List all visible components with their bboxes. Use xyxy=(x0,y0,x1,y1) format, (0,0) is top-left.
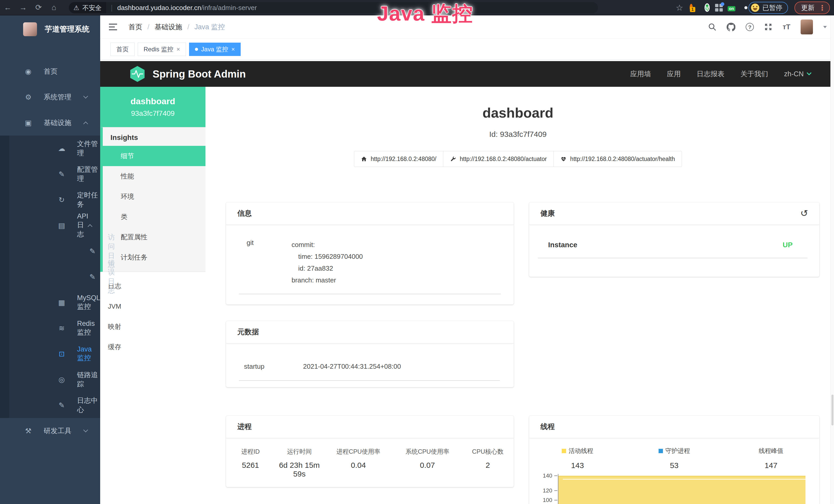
reload-icon[interactable]: ⟳ xyxy=(31,0,46,15)
emoji-face-icon xyxy=(751,4,759,12)
menu-item-environment[interactable]: 环境 xyxy=(103,186,205,207)
nav-application-wall[interactable]: 应用墙 xyxy=(630,69,651,78)
sidebar-item-api-log[interactable]: ▤API 日志 xyxy=(0,212,100,238)
nav-applications[interactable]: 应用 xyxy=(667,69,681,78)
menu-item-caches[interactable]: 缓存 xyxy=(100,337,205,357)
forward-icon[interactable]: → xyxy=(16,0,31,15)
menu-item-mappings[interactable]: 映射 xyxy=(100,317,205,337)
instance-url-button[interactable]: http://192.168.0.2:48080/ xyxy=(354,151,443,167)
extension-orange-icon[interactable]: 1 xyxy=(690,5,693,10)
dashboard-icon: ◉ xyxy=(24,67,33,76)
breadcrumb: 首页 / 基础设施 / Java 监控 xyxy=(128,22,225,31)
nav-about[interactable]: 关于我们 xyxy=(740,69,768,78)
sidebar-item-access-log[interactable]: ✎访问日志 xyxy=(0,238,100,264)
tab-redis-monitor[interactable]: Redis 监控× xyxy=(138,43,186,56)
tab-java-monitor[interactable]: Java 监控× xyxy=(189,43,241,56)
address-bar[interactable]: ⚠ 不安全 | dashboard.yudao.iocoder.cn/infra… xyxy=(69,2,598,13)
breadcrumb-current: Java 监控 xyxy=(194,22,225,31)
fullscreen-icon[interactable] xyxy=(764,23,772,31)
menu-item-metrics[interactable]: 性能 xyxy=(103,166,205,186)
edit-square-icon: ✎ xyxy=(88,273,97,281)
legend-daemon-threads: 守护进程 53 xyxy=(626,447,723,470)
update-button[interactable]: 更新 ⋮ xyxy=(794,2,830,14)
actuator-url-button[interactable]: http://192.168.0.2:48080/actuator xyxy=(443,151,554,167)
close-icon[interactable]: × xyxy=(176,46,180,52)
close-icon[interactable]: × xyxy=(231,46,235,52)
breadcrumb-infra[interactable]: 基础设施 xyxy=(155,22,182,31)
extension-badge-count: 1 xyxy=(690,7,695,12)
extension-y-icon[interactable]: y xyxy=(706,4,709,12)
locale-selector[interactable]: zh-CN xyxy=(784,70,811,78)
edit-icon: ✎ xyxy=(57,170,66,179)
sba-main: dashboard Id: 93a3fc7f7409 http://192.16… xyxy=(205,87,830,504)
sidebar-item-tracing[interactable]: ◎链路追踪 xyxy=(0,367,100,392)
extension-grid-icon[interactable] xyxy=(715,4,723,12)
menu-item-logs[interactable]: 日志 xyxy=(100,276,205,296)
breadcrumb-home[interactable]: 首页 xyxy=(128,22,142,31)
sba-menu-flat: 日志 JVM 映射 缓存 xyxy=(100,272,205,357)
update-label: 更新 xyxy=(801,3,814,12)
sidebar-item-config-manage[interactable]: ✎配置管理 xyxy=(0,161,100,187)
sidebar-item-home[interactable]: ◉首页 xyxy=(0,59,100,84)
process-uptime: 6d 23h 15m 59s xyxy=(275,461,324,478)
tab-home[interactable]: 首页 xyxy=(110,43,135,56)
row-divider xyxy=(239,294,501,294)
github-icon[interactable] xyxy=(727,23,736,31)
chrome-menu-icon[interactable]: ⋮ xyxy=(818,4,826,12)
instance-header[interactable]: dashboard 93a3fc7f7409 xyxy=(100,87,205,127)
history-icon[interactable]: ↺ xyxy=(800,209,808,218)
log-icon: ▤ xyxy=(57,221,66,230)
font-size-icon[interactable]: тT xyxy=(783,23,790,31)
instance-name: dashboard xyxy=(130,96,175,106)
y-tick-100: 100 xyxy=(536,496,552,504)
monitor-icon: ▣ xyxy=(24,119,33,127)
hamburger-icon[interactable] xyxy=(109,22,117,32)
url-host: dashboard.yudao.iocoder.cn xyxy=(117,4,201,12)
sba-nav-links: 应用墙 应用 日志报表 关于我们 zh-CN xyxy=(630,69,811,78)
nav-journal[interactable]: 日志报表 xyxy=(697,69,724,78)
menu-item-jvm[interactable]: JVM xyxy=(100,296,205,317)
bookmark-star-icon[interactable]: ☆ xyxy=(676,3,683,13)
menu-item-classes[interactable]: 类 xyxy=(103,207,205,227)
sidebar-item-error-log[interactable]: ✎错误日志 xyxy=(0,264,100,290)
search-icon[interactable] xyxy=(708,23,716,31)
sidebar-item-file-manage[interactable]: ☁文件管理 xyxy=(0,136,100,161)
caret-down-icon[interactable] xyxy=(823,26,827,28)
health-url-button[interactable]: http://192.168.0.2:48080/actuator/health xyxy=(553,151,682,167)
metadata-key: startup xyxy=(244,363,303,370)
help-icon[interactable]: ? xyxy=(746,23,754,31)
info-card-title: 信息 xyxy=(226,202,514,225)
sidebar-item-dev-tools[interactable]: ⚒研发工具 xyxy=(0,418,100,444)
annotation-text: Java 监控 xyxy=(377,0,473,28)
info-card: 信息 git commit: time: 1596289704000 id: 2… xyxy=(226,202,514,304)
process-id: 5261 xyxy=(226,461,275,478)
page-title: dashboard xyxy=(205,105,830,121)
home-nav-icon[interactable]: ⌂ xyxy=(46,0,62,15)
chevron-up-icon xyxy=(88,224,92,229)
menu-item-details[interactable]: 细节 xyxy=(100,146,205,166)
sidebar-item-redis-monitor[interactable]: ≋Redis 监控 xyxy=(0,315,100,341)
app-sidebar: 芋道管理系统 ◉首页 ⚙系统管理 ▣基础设施 ☁文件管理 ✎配置管理 ↻定时任务… xyxy=(0,16,100,504)
legend-swatch-blue xyxy=(659,449,663,453)
sidebar-item-scheduled-tasks[interactable]: ↻定时任务 xyxy=(0,187,100,212)
info-value: commit: time: 1596289704000 id: 27aa832 … xyxy=(291,239,363,286)
app-logo-row[interactable]: 芋道管理系统 xyxy=(0,16,100,43)
menu-item-scheduled[interactable]: 计划任务 xyxy=(103,247,205,268)
infra-submenu: ☁文件管理 ✎配置管理 ↻定时任务 ▤API 日志 ✎访问日志 ✎错误日志 ▦M… xyxy=(0,136,100,418)
sidebar-item-system[interactable]: ⚙系统管理 xyxy=(0,84,100,110)
sidebar-item-infra[interactable]: ▣基础设施 xyxy=(0,110,100,136)
sidebar-item-log-center[interactable]: ✎日志中心 xyxy=(0,392,100,418)
sba-brand[interactable]: Spring Boot Admin xyxy=(153,68,246,80)
profile-paused-chip[interactable]: 已暂停 xyxy=(748,2,788,14)
chevron-down-icon xyxy=(83,94,88,98)
briefcase-icon: ⚒ xyxy=(24,427,33,435)
back-icon[interactable]: ← xyxy=(0,0,16,15)
sidebar-item-mysql-monitor[interactable]: ▦MySQL 监控 xyxy=(0,290,100,315)
scrollbar[interactable] xyxy=(830,16,834,504)
security-chip[interactable]: ⚠ 不安全 xyxy=(69,2,106,13)
scrollbar-thumb[interactable] xyxy=(831,395,833,426)
user-avatar[interactable] xyxy=(800,20,813,35)
menu-item-config-props[interactable]: 配置属性 xyxy=(103,227,205,247)
spring-boot-admin-logo[interactable] xyxy=(129,66,146,83)
sidebar-item-java-monitor[interactable]: ⊡Java 监控 xyxy=(0,341,100,367)
